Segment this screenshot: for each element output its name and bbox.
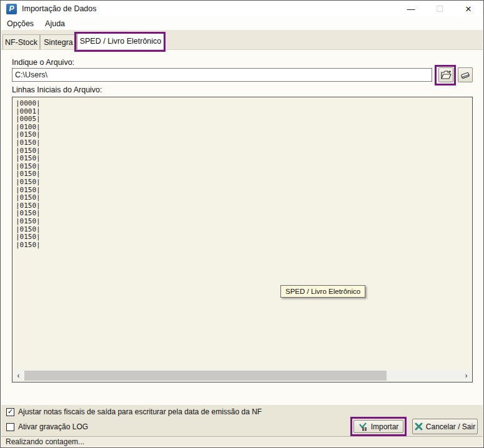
eraser-icon bbox=[460, 71, 470, 79]
tab-strip: NF-Stock Sintegra SPED / Livro Eletrônic… bbox=[1, 30, 483, 50]
import-dialog-window: P Importação de Dados — ☐ ✕ Opções Ajuda… bbox=[0, 0, 484, 448]
file-path-input[interactable] bbox=[12, 68, 432, 82]
title-bar: P Importação de Dados — ☐ ✕ bbox=[1, 1, 483, 17]
menu-ajuda[interactable]: Ajuda bbox=[39, 18, 71, 29]
scroll-left-arrow-icon[interactable]: ‹ bbox=[13, 370, 24, 381]
import-check-grid-icon bbox=[358, 422, 368, 431]
app-icon: P bbox=[6, 4, 17, 14]
menu-opcoes[interactable]: Opções bbox=[1, 18, 39, 29]
checkbox-label: Ativar gravação LOG bbox=[18, 422, 88, 431]
horizontal-scrollbar[interactable]: ‹ › bbox=[13, 370, 472, 381]
preview-label: Linhas Iniciais do Arquivo: bbox=[12, 85, 102, 94]
browse-file-button[interactable] bbox=[438, 67, 453, 82]
minimize-button[interactable]: — bbox=[397, 1, 425, 17]
status-text: Realizando contagem... bbox=[6, 437, 84, 446]
file-preview-lines: |0000| |0001| |0005| |0100| |0150| |0150… bbox=[16, 100, 41, 249]
checkbox-ajustar-notas[interactable] bbox=[6, 408, 14, 416]
status-bar: Realizando contagem... bbox=[1, 436, 483, 447]
importar-button[interactable]: Importar bbox=[353, 420, 403, 433]
tooltip: SPED / Livro Eletrônico bbox=[280, 285, 365, 298]
cancelar-sair-button-label: Cancelar / Sair bbox=[426, 422, 475, 431]
cancel-x-icon bbox=[415, 422, 423, 431]
scrollbar-thumb[interactable] bbox=[24, 371, 387, 381]
window-controls: — ☐ ✕ bbox=[397, 1, 483, 17]
maximize-button: ☐ bbox=[425, 1, 454, 17]
window-title: Importação de Dados bbox=[22, 4, 97, 13]
option-row-ativar-log[interactable]: Ativar gravação LOG bbox=[6, 422, 88, 431]
scroll-right-arrow-icon[interactable]: › bbox=[461, 370, 472, 381]
app-icon-letter: P bbox=[9, 4, 14, 13]
option-row-ajustar-notas[interactable]: Ajustar notas fiscais de saída para escr… bbox=[6, 407, 262, 416]
file-path-label: Indique o Arquivo: bbox=[12, 58, 74, 67]
close-button[interactable]: ✕ bbox=[454, 1, 483, 17]
bottom-options-band: Ajustar notas fiscais de saída para escr… bbox=[1, 405, 483, 437]
file-preview-box[interactable]: |0000| |0001| |0005| |0100| |0150| |0150… bbox=[12, 97, 473, 382]
menu-bar: Opções Ajuda bbox=[1, 17, 483, 30]
cancelar-sair-button[interactable]: Cancelar / Sair bbox=[412, 419, 478, 434]
tab-sintegra[interactable]: Sintegra bbox=[40, 34, 77, 49]
checkbox-label: Ajustar notas fiscais de saída para escr… bbox=[18, 407, 262, 416]
clear-path-button[interactable] bbox=[458, 67, 473, 82]
folder-open-icon bbox=[441, 71, 452, 79]
checkbox-ativar-log[interactable] bbox=[6, 423, 14, 431]
importar-button-label: Importar bbox=[371, 422, 399, 431]
tab-sped-livro-eletronico[interactable]: SPED / Livro Eletrônico bbox=[77, 32, 164, 49]
tab-nf-stock[interactable]: NF-Stock bbox=[2, 34, 40, 49]
